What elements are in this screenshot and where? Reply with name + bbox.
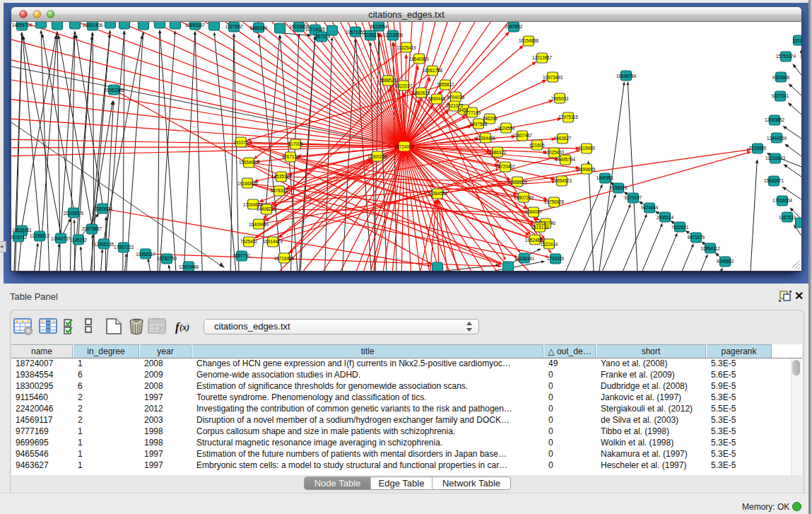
svg-text:12975115: 12975115 [558,115,578,119]
svg-text:11325419: 11325419 [396,45,416,50]
svg-text:16961758: 16961758 [423,68,443,73]
svg-text:18724007: 18724007 [394,144,415,149]
svg-text:6497568: 6497568 [470,122,488,127]
svg-text:16210643: 16210643 [765,156,786,160]
svg-text:8215955: 8215955 [749,146,767,151]
svg-text:9474444: 9474444 [641,205,659,210]
svg-text:16914479: 16914479 [263,239,283,244]
svg-text:12923448: 12923448 [179,264,199,269]
svg-text:3267130: 3267130 [282,154,300,159]
svg-text:14498222: 14498222 [257,206,277,211]
svg-text:1362615: 1362615 [413,90,430,95]
svg-text:8471676: 8471676 [688,235,705,240]
svg-text:2935114: 2935114 [657,215,674,220]
svg-text:10854112: 10854112 [700,246,720,251]
svg-text:7485003: 7485003 [551,96,569,101]
svg-text:7857224: 7857224 [313,34,331,39]
svg-text:2986322: 2986322 [489,150,507,155]
svg-text:10688609: 10688609 [507,180,528,185]
svg-text:12444159: 12444159 [767,136,787,141]
svg-text:9777169: 9777169 [464,110,481,115]
svg-text:14055724: 14055724 [12,23,33,28]
svg-text:3624554: 3624554 [498,126,515,131]
svg-text:10719135: 10719135 [305,27,326,32]
svg-text:10653287: 10653287 [185,23,206,28]
svg-text:9699695: 9699695 [578,167,596,172]
svg-text:9329966: 9329966 [772,75,790,80]
svg-text:16154838: 16154838 [519,38,539,43]
svg-text:7632621: 7632621 [671,225,689,230]
svg-text:10025433: 10025433 [544,150,565,155]
svg-text:1167533: 1167533 [779,215,796,220]
svg-text:19654923: 19654923 [552,178,572,183]
svg-text:1145192: 1145192 [70,238,88,243]
svg-text:12942737: 12942737 [51,236,71,241]
svg-text:15692971: 15692971 [764,178,784,183]
svg-text:10807487: 10807487 [512,133,533,138]
svg-text:1588520: 1588520 [379,78,397,83]
svg-text:19756928: 19756928 [544,199,565,204]
svg-text:10958117: 10958117 [136,252,155,257]
svg-text:18300295: 18300295 [367,154,388,159]
svg-text:6379197: 6379197 [625,195,642,200]
svg-text:15751074: 15751074 [776,54,796,59]
svg-text:6466160: 6466160 [250,25,268,30]
svg-text:12156812: 12156812 [30,233,50,238]
svg-text:20053346: 20053346 [104,88,124,93]
svg-text:21364436: 21364436 [476,136,496,141]
svg-text:8813054: 8813054 [370,24,388,29]
svg-text:8322037: 8322037 [395,83,413,88]
svg-text:1733426: 1733426 [547,256,565,261]
svg-text:16648784: 16648784 [616,74,637,78]
svg-text:5878312: 5878312 [271,188,288,193]
svg-text:746206: 746206 [482,116,498,121]
svg-text:12353924: 12353924 [93,206,113,211]
svg-text:17016504: 17016504 [772,198,793,203]
svg-text:7515521: 7515521 [362,33,379,37]
svg-text:11518: 11518 [792,38,801,43]
svg-text:9245652: 9245652 [717,259,734,264]
svg-text:14136141: 14136141 [514,256,535,261]
svg-text:1522414: 1522414 [541,242,558,247]
svg-text:18807249: 18807249 [514,195,534,200]
svg-text:19384554: 19384554 [428,191,448,196]
svg-text:9115460: 9115460 [578,146,596,151]
svg-text:6794028: 6794028 [447,95,465,100]
svg-text:12093852: 12093852 [765,117,785,122]
svg-text:191075: 191075 [233,140,249,145]
svg-text:20691406: 20691406 [83,23,103,28]
svg-text:1440951: 1440951 [596,175,614,180]
svg-text:20975887: 20975887 [82,226,102,231]
svg-text:621605: 621605 [529,143,545,148]
svg-text:8990448: 8990448 [428,96,446,101]
svg-text:16409949: 16409949 [249,222,269,227]
svg-text:12218506: 12218506 [383,33,404,37]
svg-text:3915742: 3915742 [11,235,28,240]
svg-text:12213967: 12213967 [532,55,553,60]
svg-text:14535061: 14535061 [12,228,33,233]
svg-text:19166825: 19166825 [237,181,258,186]
svg-text:5938923: 5938923 [610,185,628,190]
svg-text:9463627: 9463627 [554,136,572,141]
svg-text:317005: 317005 [288,141,303,146]
svg-text:9227341: 9227341 [772,93,789,98]
svg-text:14495794: 14495794 [555,157,576,162]
svg-text:10973493: 10973493 [543,75,563,80]
svg-text:12905135: 12905135 [94,242,114,247]
svg-text:16782759: 16782759 [157,256,177,261]
svg-text:1615132: 1615132 [531,225,549,230]
svg-text:15720407: 15720407 [495,164,516,169]
svg-text:17957223: 17957223 [114,245,134,250]
svg-text:20206576: 20206576 [64,211,84,216]
svg-text:1327602: 1327602 [225,24,243,29]
svg-text:14535394: 14535394 [271,174,292,179]
svg-text:15716485: 15716485 [274,256,295,261]
svg-text:9084067: 9084067 [525,209,543,214]
svg-text:9657791: 9657791 [233,253,251,258]
svg-text:7955812: 7955812 [437,82,454,87]
svg-text:2087652: 2087652 [505,24,523,29]
svg-text:(x): (x) [180,322,189,332]
svg-text:18640910: 18640910 [409,57,430,62]
svg-text:19654982: 19654982 [239,160,259,165]
svg-text:7625402: 7625402 [240,239,258,244]
